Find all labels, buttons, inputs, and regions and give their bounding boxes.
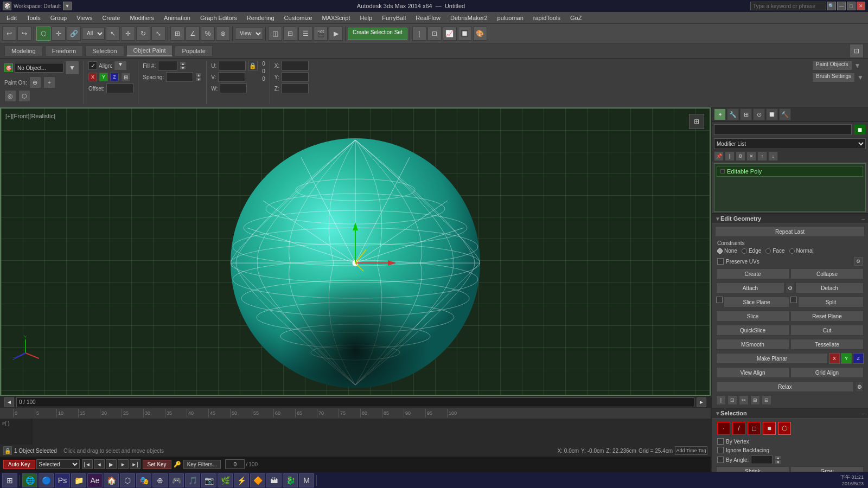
constraint-face[interactable]: Face [765,248,784,254]
taskbar-folder[interactable]: 📁 [71,473,86,487]
menu-graph-editors[interactable]: Graph Editors [196,14,241,22]
planar-y-btn[interactable]: Y [841,353,852,364]
go-start-btn[interactable]: |◄ [82,459,93,469]
angle-snap[interactable]: ∠ [186,27,200,41]
constraint-none[interactable]: None [717,248,737,254]
mat-editor[interactable]: 🎨 [473,27,487,41]
tab-modeling[interactable]: Modeling [4,46,43,56]
cut-btn[interactable]: Cut [790,325,864,336]
align-dropdown[interactable]: ▼ [114,61,127,70]
menu-goz[interactable]: GoZ [566,14,586,22]
icon-3[interactable]: ✂ [739,395,749,405]
fill-up[interactable]: ▲ [180,61,186,66]
constraint-normal[interactable]: Normal [789,248,814,254]
by-angle-input[interactable]: 45.0 [751,455,773,464]
slice-plane-cb[interactable] [716,297,723,303]
redo-icon[interactable]: ↪ [17,27,31,41]
select-tool[interactable]: ↖ [106,27,120,41]
create-btn[interactable]: Create [716,268,789,279]
rp-create-icon[interactable]: ✦ [714,108,726,120]
by-angle-cb[interactable] [717,457,724,463]
selection-header[interactable]: ▼ Selection – [712,408,868,419]
mirror-tool[interactable]: ◫ [268,27,282,41]
taskbar-app2[interactable]: ⬡ [120,473,135,487]
brush-settings-btn[interactable]: Brush Settings [812,73,855,82]
filter-dropdown[interactable]: All [82,28,105,40]
vertex-mode-icon[interactable]: · [717,422,730,435]
start-btn[interactable]: ⊞ [2,473,17,487]
view-dropdown[interactable]: View [235,28,263,40]
spinner-snap[interactable]: ⊛ [216,27,230,41]
taskbar-app9[interactable]: ⚡ [234,473,249,487]
align-check[interactable]: ✓ [88,61,97,70]
zpct-input[interactable]: 100 [282,84,309,93]
paint-add-icon[interactable]: + [43,76,55,88]
paint-on-icon[interactable]: ⊕ [29,76,41,88]
taskbar-app7[interactable]: 📷 [201,473,216,487]
rp-display-icon[interactable]: 🔲 [766,108,778,120]
layer-manager[interactable]: ☰ [298,27,312,41]
taskbar-app12[interactable]: 🐉 [283,473,298,487]
stack-remove-icon[interactable]: ✕ [746,151,756,161]
taskbar-app6[interactable]: 🎵 [185,473,200,487]
taskbar-app10[interactable]: 🔶 [250,473,265,487]
modifier-list-dropdown[interactable]: Modifier List [714,138,866,149]
rotate-tool[interactable]: ↻ [136,27,150,41]
next-frame-btn[interactable]: ► [118,459,129,469]
timeline-scrubber[interactable]: 0 / 100 [16,397,694,407]
taskbar-app11[interactable]: 🏔 [266,473,282,487]
stack-up-icon[interactable]: ↑ [757,151,767,161]
menu-puluoman[interactable]: puluoman [493,14,528,22]
icon-4[interactable]: ⊞ [750,395,760,405]
attach-settings-btn[interactable]: ⚙ [786,282,794,293]
fill-input[interactable]: 10 [158,61,177,70]
detach-btn[interactable]: Detach [795,282,864,293]
prev-frame-btn[interactable]: ◄ [94,459,105,469]
by-vertex-cb[interactable] [717,438,724,445]
attach-btn[interactable]: Attach [716,282,784,293]
tab-populate[interactable]: Populate [175,46,212,56]
relax-btn[interactable]: Relax [716,381,854,392]
tab-object-paint[interactable]: Object Paint [126,45,173,56]
rp-modify-icon[interactable]: 🔧 [727,108,739,120]
menu-rapidtools[interactable]: rapidTools [529,14,565,22]
search-input[interactable] [750,2,826,10]
menu-maxscript[interactable]: MAXScript [318,14,355,22]
constraint-edge[interactable]: Edge [742,248,761,254]
u-lock[interactable]: 🔒 [248,61,258,70]
taskbar-app1[interactable]: 🏠 [104,473,119,487]
menu-debrismaker[interactable]: DebrisMaker2 [446,14,492,22]
viewport[interactable]: [+][Front][Realistic] [0,107,711,396]
set-key-btn[interactable]: Set Key [143,460,171,469]
stack-active-icon[interactable]: | [725,151,735,161]
menu-edit[interactable]: Edit [2,14,21,22]
menu-create[interactable]: Create [98,14,124,22]
align-extra-btn[interactable]: ⊞ [121,72,131,82]
maximize-btn[interactable]: □ [847,2,856,10]
menu-rendering[interactable]: Rendering [242,14,279,22]
fill-down[interactable]: ▼ [180,66,186,70]
select-move-icon[interactable]: ✛ [52,27,66,41]
curves-editor[interactable]: 📈 [443,27,457,41]
poly-mode-icon[interactable]: ■ [763,422,776,435]
make-planar-btn[interactable]: Make Planar [716,353,828,364]
app-icon[interactable]: 🎲 [3,2,11,10]
frame-field[interactable]: 0 [225,459,245,469]
xyz-y-btn[interactable]: Y [99,73,108,81]
xyz-x-btn[interactable]: X [88,73,97,81]
preserve-uvs-settings[interactable]: ⚙ [854,257,863,266]
stack-down-icon[interactable]: ↓ [768,151,778,161]
snap-toggle[interactable]: ⊞ [170,27,184,41]
menu-animation[interactable]: Animation [159,14,195,22]
tab-selection[interactable]: Selection [85,46,124,56]
search-icon[interactable]: 🔍 [827,2,836,10]
quickslice-btn[interactable]: QuickSlice [716,325,789,336]
tessellate-btn[interactable]: Tessellate [790,339,864,350]
named-sel-1[interactable]: | [412,27,426,41]
menu-help[interactable]: Help [356,14,377,22]
paint-mode-2[interactable]: ⬡ [18,90,30,102]
slice-btn[interactable]: Slice [716,311,789,322]
link-icon[interactable]: 🔗 [67,27,81,41]
vp-maximize-btn[interactable]: ⊞ [689,114,704,129]
stack-configure-icon[interactable]: ⚙ [736,151,745,161]
